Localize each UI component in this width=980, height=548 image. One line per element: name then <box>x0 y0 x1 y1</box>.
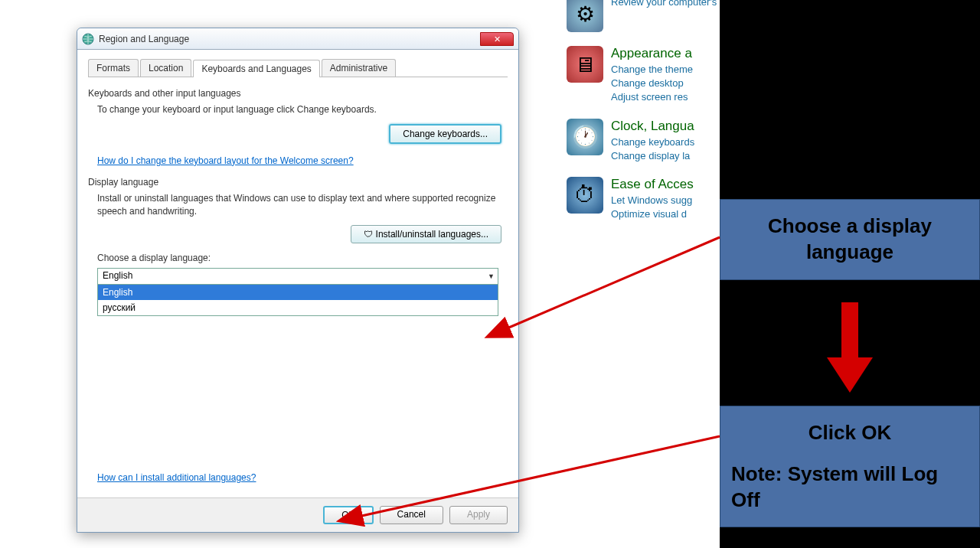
dropdown-label: Choose a display language: <box>97 253 508 263</box>
section-keyboards-desc: To change your keyboard or input languag… <box>97 103 508 116</box>
shield-icon: 🛡 <box>364 229 373 240</box>
system-icon: ⚙ <box>567 0 603 32</box>
cp-link[interactable]: Optimize visual d <box>611 207 694 221</box>
dialog-footer: OK Cancel Apply <box>77 497 518 532</box>
cp-link[interactable]: Change display la <box>611 149 694 163</box>
tab-keyboards-languages[interactable]: Keyboards and Languages <box>193 60 319 77</box>
cancel-button[interactable]: Cancel <box>380 506 443 524</box>
ok-button[interactable]: OK <box>323 506 373 524</box>
cp-title[interactable]: Appearance a <box>611 46 693 61</box>
cp-link[interactable]: Change desktop <box>611 77 693 90</box>
instruction-box-2: Click OK Note: System will Log Off <box>720 406 980 527</box>
keyboard-layout-help-link[interactable]: How do I change the keyboard layout for … <box>97 155 354 166</box>
section-keyboards-label: Keyboards and other input languages <box>88 88 508 99</box>
cp-title[interactable]: Ease of Acces <box>611 177 694 192</box>
ease-icon: ⏱ <box>567 177 603 214</box>
dropdown-value: English <box>103 270 132 281</box>
instruction-text-2b: Note: System will Log Off <box>731 462 969 514</box>
svg-rect-1 <box>841 302 858 357</box>
dropdown-list: English русский <box>97 285 498 316</box>
tab-administrative[interactable]: Administrative <box>322 59 396 77</box>
arrow-down-icon <box>823 302 877 394</box>
apply-button[interactable]: Apply <box>449 506 508 524</box>
cp-title[interactable]: Clock, Langua <box>611 119 694 134</box>
titlebar[interactable]: Region and Language ✕ <box>77 28 518 50</box>
tab-formats[interactable]: Formats <box>88 59 139 77</box>
cp-link[interactable]: Change keyboards <box>611 135 694 149</box>
instruction-text-1: Choose a display language <box>731 214 969 266</box>
cp-link[interactable]: Let Windows sugg <box>611 194 694 207</box>
dropdown-option-english[interactable]: English <box>98 285 498 300</box>
change-keyboards-button[interactable]: Change keyboards... <box>389 124 501 144</box>
cp-link[interactable]: Change the theme <box>611 63 693 77</box>
globe-icon <box>82 33 94 45</box>
cp-link[interactable]: Adjust screen res <box>611 90 693 104</box>
chevron-down-icon: ▼ <box>488 272 495 280</box>
svg-marker-2 <box>827 357 873 393</box>
install-additional-link[interactable]: How can I install additional languages? <box>97 472 256 483</box>
instruction-box-1: Choose a display language <box>720 199 980 280</box>
instruction-text-2a: Click OK <box>731 420 969 446</box>
tabs: Formats Location Keyboards and Languages… <box>88 59 508 77</box>
clock-icon: 🕐 <box>567 119 603 155</box>
section-display-label: Display language <box>88 177 508 188</box>
region-language-dialog: Region and Language ✕ Formats Location K… <box>77 28 519 533</box>
tab-location[interactable]: Location <box>140 59 191 77</box>
dialog-title: Region and Language <box>99 34 480 44</box>
display-language-dropdown[interactable]: English ▼ English русский <box>97 268 498 316</box>
install-languages-button[interactable]: 🛡 Install/uninstall languages... <box>351 225 501 243</box>
close-button[interactable]: ✕ <box>480 32 514 46</box>
appearance-icon: 🖥 <box>567 46 603 83</box>
instruction-overlay: Choose a display language Click OK Note:… <box>720 0 980 548</box>
svg-line-4 <box>505 237 720 329</box>
section-display-desc: Install or uninstall languages that Wind… <box>97 192 508 218</box>
dropdown-option-russian[interactable]: русский <box>98 300 498 315</box>
